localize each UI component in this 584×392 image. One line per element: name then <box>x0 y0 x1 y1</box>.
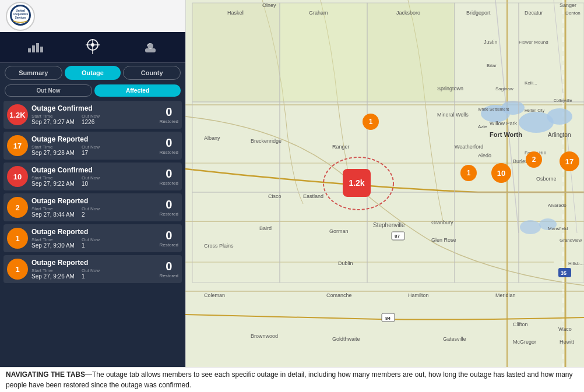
out-now-4: 2 <box>82 211 100 218</box>
sub-tabs: Out Now Affected <box>0 83 185 98</box>
outage-info-5: Outage Reported Start Time Sep 27, 9:30 … <box>31 228 156 249</box>
restored-label-1: Restored <box>160 119 178 124</box>
map-marker-6[interactable]: 17 <box>560 151 579 171</box>
tab-outage[interactable]: Outage <box>65 66 121 80</box>
svg-text:Hamilton: Hamilton <box>408 292 429 298</box>
sub-tab-out-now[interactable]: Out Now <box>5 84 92 97</box>
svg-text:Briar: Briar <box>487 63 497 68</box>
svg-text:McGregor: McGregor <box>513 339 536 345</box>
svg-text:Weatherford: Weatherford <box>455 144 483 150</box>
map-marker-3[interactable]: 1 <box>460 165 477 181</box>
svg-text:Justin: Justin <box>484 39 498 45</box>
app-container: Haskell Graham Jacksboro Bridgeport Deca… <box>0 0 584 367</box>
start-label-1: Start Time <box>31 114 75 119</box>
svg-text:Willow Park: Willow Park <box>490 121 518 126</box>
restored-number-2: 0 <box>160 136 178 150</box>
svg-rect-13 <box>192 3 280 102</box>
svg-text:Jacksboro: Jacksboro <box>396 10 420 16</box>
tab-summary[interactable]: Summary <box>5 66 62 80</box>
svg-rect-98 <box>32 45 35 52</box>
svg-text:Waco: Waco <box>558 326 572 332</box>
svg-text:Colleyville: Colleyville <box>554 98 572 103</box>
svg-text:Olney: Olney <box>262 2 276 8</box>
svg-text:Cross Plains: Cross Plains <box>204 243 234 249</box>
restored-number-1: 0 <box>160 105 178 119</box>
weather-icon <box>142 40 159 53</box>
svg-text:Osborne: Osborne <box>536 176 557 182</box>
outage-list: 1.2K Outage Confirmed Start Time Sep 27,… <box>0 101 185 367</box>
map-marker-4[interactable]: 10 <box>491 163 511 183</box>
svg-text:Clifton: Clifton <box>513 322 528 327</box>
out-label-3: Out Now <box>82 175 100 181</box>
outage-type-5: Outage Reported <box>31 228 156 236</box>
outage-meta-2: Start Time Sep 27, 9:28 AM Out Now 17 <box>31 144 156 156</box>
outage-item-6[interactable]: 1 Outage Reported Start Time Sep 27, 9:2… <box>3 255 182 283</box>
out-now-1: 1226 <box>82 119 100 125</box>
start-time-5: Sep 27, 9:30 AM <box>31 242 75 249</box>
map-marker-1[interactable]: 1.2k <box>343 169 371 197</box>
svg-text:Denton: Denton <box>565 10 581 16</box>
meta-out-1: Out Now 1226 <box>82 114 100 125</box>
svg-text:Decatur: Decatur <box>525 10 543 16</box>
outage-item-3[interactable]: 10 Outage Confirmed Start Time Sep 27, 9… <box>3 163 182 190</box>
tab-icon-chart[interactable] <box>22 38 48 56</box>
out-now-6: 1 <box>82 273 100 280</box>
map-marker-5[interactable]: 2 <box>526 151 542 168</box>
outage-meta-6: Start Time Sep 27, 9:26 AM Out Now 1 <box>31 268 156 280</box>
svg-text:87: 87 <box>395 234 400 239</box>
svg-text:Meridian: Meridian <box>495 292 516 298</box>
main-tabs: Summary Outage County <box>0 63 185 83</box>
start-label-3: Start Time <box>31 175 75 181</box>
bar-chart-icon <box>27 40 43 53</box>
outage-item-2[interactable]: 17 Outage Reported Start Time Sep 27, 9:… <box>3 132 182 160</box>
restored-number-6: 0 <box>160 260 178 273</box>
svg-text:Glen Rose: Glen Rose <box>431 237 456 243</box>
svg-text:Dublin: Dublin <box>338 260 353 266</box>
start-time-4: Sep 27, 8:44 AM <box>31 211 75 218</box>
logo: United Cooperative Services <box>6 2 35 31</box>
outage-item-1[interactable]: 1.2K Outage Confirmed Start Time Sep 27,… <box>3 101 182 129</box>
outage-type-6: Outage Reported <box>31 259 156 267</box>
outage-meta-3: Start Time Sep 27, 9:22 AM Out Now 10 <box>31 175 156 187</box>
svg-text:Albany: Albany <box>204 135 220 141</box>
outage-item-5[interactable]: 1 Outage Reported Start Time Sep 27, 9:3… <box>3 224 182 252</box>
svg-text:Comanche: Comanche <box>326 292 352 298</box>
map-marker-2[interactable]: 1 <box>363 114 379 130</box>
out-label-4: Out Now <box>82 206 100 211</box>
svg-text:Graham: Graham <box>309 10 328 16</box>
tab-county[interactable]: County <box>123 66 181 80</box>
tab-icon-location[interactable] <box>81 37 104 58</box>
svg-rect-97 <box>28 48 31 52</box>
caption-text: NAVIGATING THE TABS—The outage tab allow… <box>6 369 578 390</box>
meta-out-2: Out Now 17 <box>82 144 100 156</box>
restored-label-2: Restored <box>160 150 178 155</box>
out-now-5: 1 <box>82 242 100 249</box>
outage-info-2: Outage Reported Start Time Sep 27, 9:28 … <box>31 135 156 156</box>
out-label-6: Out Now <box>82 268 100 273</box>
restored-label-4: Restored <box>160 211 178 217</box>
svg-text:Kelli...: Kelli... <box>525 80 537 86</box>
meta-start-2: Start Time Sep 27, 9:28 AM <box>31 144 75 156</box>
svg-text:Haskell: Haskell <box>227 10 245 16</box>
outage-info-1: Outage Confirmed Start Time Sep 27, 9:27… <box>31 104 156 125</box>
meta-start-3: Start Time Sep 27, 9:22 AM <box>31 175 75 187</box>
svg-text:35: 35 <box>561 270 567 276</box>
svg-text:Azie: Azie <box>478 124 487 129</box>
svg-text:Cisco: Cisco <box>268 193 282 199</box>
tab-icon-weather[interactable] <box>138 38 163 56</box>
outage-badge-1: 1.2K <box>7 104 28 125</box>
svg-rect-14 <box>280 3 367 102</box>
out-now-2: 17 <box>82 150 100 156</box>
outage-item-4[interactable]: 2 Outage Reported Start Time Sep 27, 8:4… <box>3 193 182 221</box>
sub-tab-affected[interactable]: Affected <box>94 84 181 97</box>
svg-text:Grandview: Grandview <box>560 238 582 243</box>
logo-text: United Cooperative Services <box>9 3 32 28</box>
svg-text:Services: Services <box>15 16 26 19</box>
svg-text:Aledo: Aledo <box>478 153 491 158</box>
start-label-2: Start Time <box>31 144 75 150</box>
outage-badge-4: 2 <box>7 197 28 218</box>
restored-number-5: 0 <box>160 229 178 242</box>
outage-badge-6: 1 <box>7 259 28 280</box>
svg-text:Stephenville: Stephenville <box>373 222 405 228</box>
outage-restored-1: 0 Restored <box>160 105 178 124</box>
